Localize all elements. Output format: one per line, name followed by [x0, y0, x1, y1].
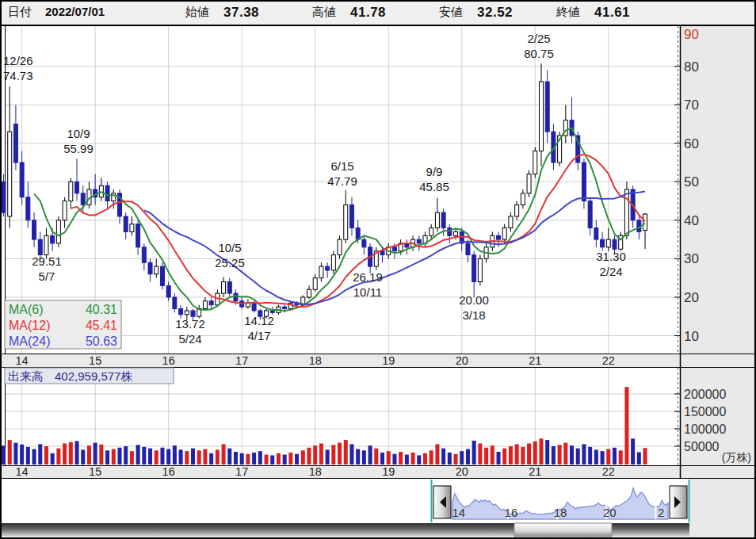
svg-text:70: 70 — [684, 97, 699, 113]
high-value: 41.78 — [350, 5, 386, 21]
svg-text:150000: 150000 — [684, 405, 726, 419]
svg-text:50: 50 — [684, 174, 699, 189]
svg-text:15: 15 — [89, 354, 101, 367]
date-label: 日付 — [8, 5, 32, 20]
svg-text:14: 14 — [16, 354, 29, 367]
svg-text:20: 20 — [456, 354, 468, 367]
svg-text:50000: 50000 — [684, 440, 720, 453]
svg-text:22: 22 — [602, 354, 615, 367]
volume-chart-plot[interactable] — [5, 368, 678, 464]
svg-text:40: 40 — [684, 213, 699, 228]
navigator-right-arrow-button[interactable] — [670, 486, 687, 518]
svg-text:20: 20 — [603, 506, 617, 519]
svg-text:20: 20 — [456, 465, 468, 478]
date-value: 2022/07/01 — [45, 5, 105, 18]
svg-text:17: 17 — [235, 465, 248, 478]
main-chart-plot[interactable] — [5, 26, 678, 354]
svg-text:30: 30 — [684, 251, 699, 266]
stock-chart-app: 日付 2022/07/01 始値 37.38 高値 41.78 安値 32.52… — [0, 0, 756, 539]
svg-text:17: 17 — [235, 354, 248, 367]
svg-text:200000: 200000 — [684, 388, 726, 401]
svg-text:14: 14 — [452, 506, 465, 519]
navigator-left-arrow-button[interactable] — [433, 486, 451, 518]
close-value: 41.61 — [594, 5, 630, 21]
scrollbar-thumb[interactable] — [514, 523, 612, 537]
svg-text:19: 19 — [382, 465, 395, 478]
svg-text:14: 14 — [16, 465, 29, 478]
close-label: 終値 — [556, 5, 580, 20]
low-label: 安値 — [439, 5, 463, 20]
svg-text:16: 16 — [162, 354, 175, 367]
svg-text:20: 20 — [684, 290, 699, 305]
low-value: 32.52 — [477, 5, 513, 21]
svg-text:15: 15 — [89, 465, 101, 478]
svg-text:(万株): (万株) — [722, 451, 751, 464]
svg-text:2: 2 — [658, 506, 664, 519]
svg-text:16: 16 — [505, 506, 518, 519]
svg-text:10: 10 — [684, 329, 699, 344]
svg-text:80: 80 — [684, 59, 699, 75]
svg-text:22: 22 — [602, 465, 615, 478]
svg-text:21: 21 — [529, 354, 541, 367]
svg-text:16: 16 — [162, 465, 175, 478]
open-value: 37.38 — [223, 5, 259, 21]
range-navigator: 141618202 — [2, 479, 689, 537]
svg-text:19: 19 — [382, 354, 395, 367]
ohlc-header: 日付 2022/07/01 始値 37.38 高値 41.78 安値 32.52… — [2, 2, 754, 26]
open-label: 始値 — [185, 5, 209, 20]
svg-text:18: 18 — [309, 465, 322, 478]
svg-text:60: 60 — [684, 136, 699, 151]
chart-canvas: 1020304050607080902000001500001000005000… — [2, 2, 754, 537]
svg-text:100000: 100000 — [684, 422, 726, 436]
svg-text:90: 90 — [684, 27, 699, 42]
high-label: 高値 — [312, 5, 336, 20]
svg-text:18: 18 — [309, 354, 322, 367]
svg-text:18: 18 — [554, 506, 567, 519]
svg-text:21: 21 — [529, 465, 541, 478]
